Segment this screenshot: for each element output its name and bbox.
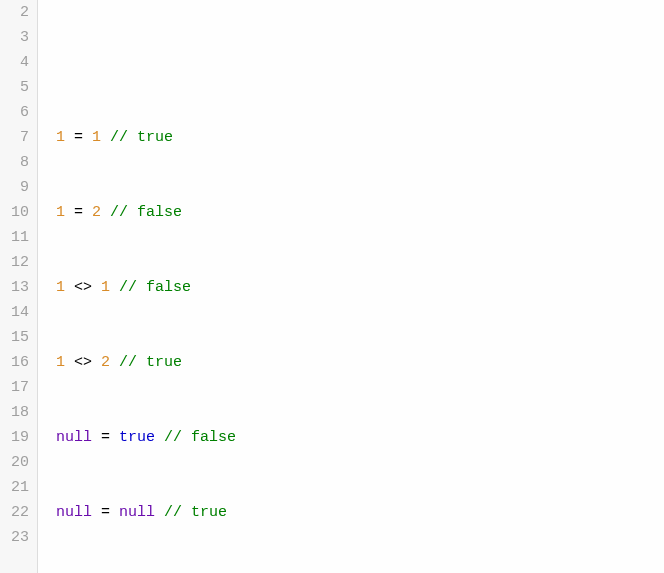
line-number: 8	[6, 150, 29, 175]
line-number: 13	[6, 275, 29, 300]
code-line: 1 <> 1 // false	[56, 275, 664, 300]
line-number: 17	[6, 375, 29, 400]
line-number: 16	[6, 350, 29, 375]
line-number: 4	[6, 50, 29, 75]
line-number: 3	[6, 25, 29, 50]
line-number: 21	[6, 475, 29, 500]
line-number: 6	[6, 100, 29, 125]
line-number: 5	[6, 75, 29, 100]
line-number: 11	[6, 225, 29, 250]
line-number: 10	[6, 200, 29, 225]
line-number: 19	[6, 425, 29, 450]
line-number: 23	[6, 525, 29, 550]
code-line: 1 = 1 // true	[56, 125, 664, 150]
line-number: 14	[6, 300, 29, 325]
line-number: 22	[6, 500, 29, 525]
code-line	[56, 50, 664, 75]
line-number: 9	[6, 175, 29, 200]
line-number: 15	[6, 325, 29, 350]
code-line: 1 = 2 // false	[56, 200, 664, 225]
code-line: 1 <> 2 // true	[56, 350, 664, 375]
line-number: 18	[6, 400, 29, 425]
code-line: null = null // true	[56, 500, 664, 525]
line-number: 2	[6, 0, 29, 25]
line-number: 7	[6, 125, 29, 150]
line-number: 12	[6, 250, 29, 275]
code-line: null = true // false	[56, 425, 664, 450]
code-editor[interactable]: 2 3 4 5 6 7 8 9 10 11 12 13 14 15 16 17 …	[0, 0, 664, 573]
line-number: 20	[6, 450, 29, 475]
line-gutter: 2 3 4 5 6 7 8 9 10 11 12 13 14 15 16 17 …	[0, 0, 38, 573]
code-area[interactable]: 1 = 1 // true 1 = 2 // false 1 <> 1 // f…	[38, 0, 664, 573]
